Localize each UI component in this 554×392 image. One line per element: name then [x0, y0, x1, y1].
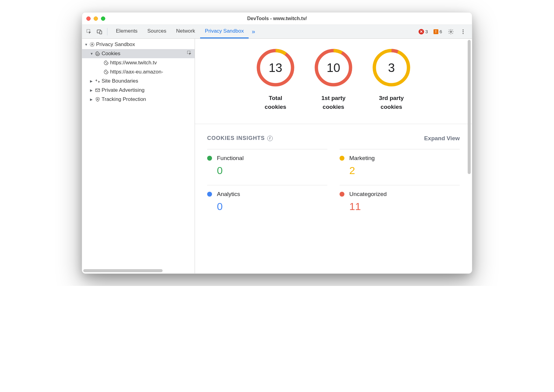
- category-value: 0: [207, 201, 327, 212]
- minimize-window-button[interactable]: [94, 16, 98, 21]
- metric-first-party-cookies: 10 1st partycookies: [314, 48, 353, 112]
- svg-rect-2: [100, 31, 102, 34]
- svg-point-18: [97, 99, 98, 100]
- cookie-icon: [103, 69, 110, 75]
- toolbar-divider: [107, 28, 107, 35]
- expand-view-button[interactable]: Expand View: [424, 135, 460, 142]
- errors-badge[interactable]: ✕ 3: [417, 29, 430, 34]
- warning-icon: !: [433, 29, 438, 34]
- traffic-lights: [86, 16, 105, 21]
- ring-chart: 10: [314, 48, 353, 87]
- tree-label: https://www.twitch.tv: [110, 60, 157, 66]
- metric-label: 3rd partycookies: [372, 94, 411, 112]
- ring-chart: 13: [256, 48, 295, 87]
- tree-label: https://aax-eu.amazon-: [110, 69, 163, 75]
- horizontal-scrollbar[interactable]: [83, 269, 163, 272]
- errors-count: 3: [425, 29, 428, 34]
- metric-label: 1st partycookies: [314, 94, 353, 112]
- chevron-right-icon[interactable]: [90, 98, 94, 102]
- category-dot: [340, 192, 344, 197]
- info-icon[interactable]: i: [267, 136, 273, 141]
- insight-card-analytics[interactable]: Analytics 0: [207, 185, 327, 212]
- more-tabs-button[interactable]: »: [249, 28, 258, 35]
- titlebar: DevTools - www.twitch.tv/: [82, 12, 472, 25]
- category-value: 11: [340, 201, 460, 212]
- tree-item-privacy-sandbox[interactable]: Privacy Sandbox: [82, 40, 195, 49]
- svg-point-16: [106, 73, 107, 73]
- insight-card-uncategorized[interactable]: Uncategorized 11: [340, 185, 460, 212]
- tree-label: Private Advertising: [101, 87, 145, 93]
- chevron-down-icon[interactable]: [90, 52, 94, 55]
- svg-point-8: [92, 44, 92, 45]
- cookie-icon: [103, 60, 110, 66]
- tree-label: Tracking Protection: [101, 96, 146, 102]
- metric-label: Totalcookies: [256, 94, 295, 112]
- tree-label: Cookies: [101, 51, 120, 57]
- insight-card-functional[interactable]: Functional 0: [207, 149, 327, 176]
- warnings-badge[interactable]: ! 6: [432, 29, 444, 34]
- svg-point-14: [106, 63, 107, 64]
- panel-tabs: Elements Sources Network Privacy Sandbox: [111, 25, 249, 38]
- category-dot: [340, 156, 344, 161]
- tree-item-cookies[interactable]: Cookies: [82, 49, 195, 58]
- insights-title: COOKIES INSIGHTS i: [207, 135, 273, 141]
- tab-elements[interactable]: Elements: [111, 25, 142, 38]
- maximize-window-button[interactable]: [101, 16, 105, 21]
- tree-item-tracking-protection[interactable]: Tracking Protection: [82, 95, 195, 104]
- tab-network[interactable]: Network: [171, 25, 200, 38]
- svg-point-9: [97, 53, 97, 54]
- ring-chart: 3: [372, 48, 411, 87]
- inspect-icon[interactable]: [187, 50, 192, 57]
- mail-icon: [94, 87, 101, 93]
- category-label: Analytics: [217, 191, 240, 198]
- device-toolbar-icon[interactable]: [94, 27, 105, 37]
- category-value: 2: [340, 165, 460, 176]
- svg-point-15: [105, 71, 106, 72]
- category-dot: [207, 156, 212, 161]
- close-window-button[interactable]: [86, 16, 91, 21]
- svg-point-10: [98, 54, 99, 55]
- insight-card-marketing[interactable]: Marketing 2: [340, 149, 460, 176]
- metric-third-party-cookies: 3 3rd partycookies: [372, 48, 411, 112]
- chevron-right-icon[interactable]: [90, 79, 94, 83]
- svg-point-4: [462, 29, 463, 30]
- inspect-element-icon[interactable]: [84, 27, 94, 37]
- tree-item-origin[interactable]: https://aax-eu.amazon-: [82, 67, 195, 77]
- metric-total-cookies: 13 Totalcookies: [256, 48, 295, 112]
- category-label: Uncategorized: [349, 191, 387, 198]
- main-panel: 13 Totalcookies 10 1st partycookies 3: [195, 39, 472, 273]
- more-options-button[interactable]: [458, 27, 468, 37]
- svg-point-6: [462, 33, 463, 34]
- tree-label: Site Boundaries: [101, 78, 138, 84]
- tab-privacy-sandbox[interactable]: Privacy Sandbox: [200, 25, 249, 38]
- category-dot: [207, 192, 212, 197]
- privacy-sandbox-icon: [89, 42, 95, 47]
- cookie-icon: [94, 51, 101, 56]
- chevron-right-icon[interactable]: [90, 88, 94, 92]
- insight-grid: Functional 0 Marketing 2: [207, 149, 460, 212]
- window-title: DevTools - www.twitch.tv/: [82, 16, 472, 21]
- tree-item-origin[interactable]: https://www.twitch.tv: [82, 58, 195, 67]
- svg-point-3: [450, 31, 452, 32]
- vertical-scrollbar[interactable]: [468, 40, 471, 174]
- cookie-metrics-row: 13 Totalcookies 10 1st partycookies 3: [195, 39, 472, 124]
- sidebar: Privacy Sandbox Cookies: [82, 39, 195, 273]
- tree-item-site-boundaries[interactable]: Site Boundaries: [82, 77, 195, 86]
- shield-icon: [94, 97, 101, 102]
- devtools-toolbar: Elements Sources Network Privacy Sandbox…: [82, 25, 472, 39]
- error-icon: ✕: [419, 29, 424, 34]
- tab-sources[interactable]: Sources: [142, 25, 171, 38]
- cookies-insights-section: COOKIES INSIGHTS i Expand View Functiona…: [195, 124, 472, 219]
- warnings-count: 6: [440, 29, 442, 34]
- category-label: Functional: [217, 155, 244, 162]
- devtools-window: DevTools - www.twitch.tv/ Elements Sourc…: [82, 12, 472, 274]
- category-value: 0: [207, 165, 327, 176]
- tree-label: Privacy Sandbox: [95, 41, 135, 48]
- site-boundaries-icon: [94, 78, 101, 84]
- svg-point-5: [462, 31, 463, 32]
- svg-point-11: [97, 54, 97, 55]
- tree-item-private-advertising[interactable]: Private Advertising: [82, 86, 195, 95]
- settings-button[interactable]: [446, 27, 456, 37]
- svg-point-13: [105, 62, 106, 63]
- chevron-down-icon[interactable]: [85, 43, 89, 46]
